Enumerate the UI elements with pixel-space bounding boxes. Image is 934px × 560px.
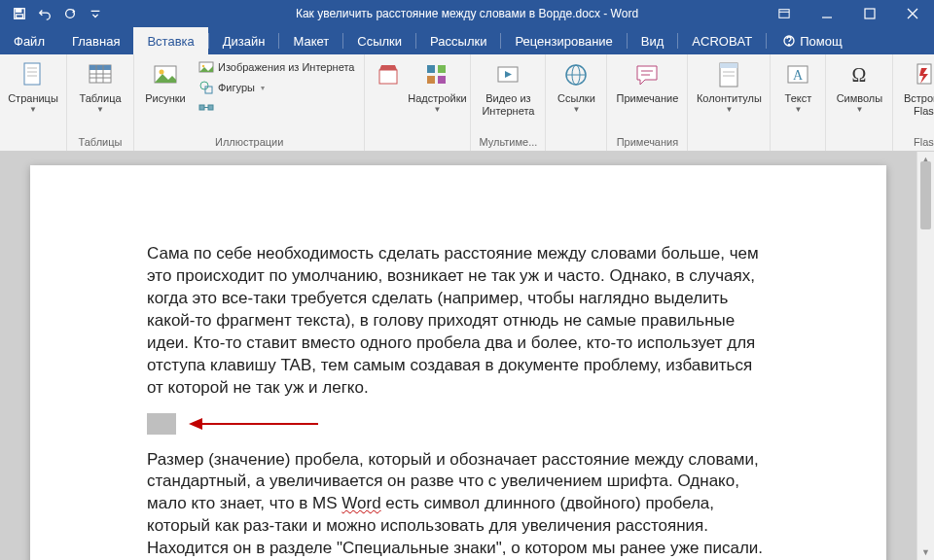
group-label-text (776, 134, 819, 151)
text-label: Текст (785, 92, 812, 105)
maximize-button[interactable] (848, 0, 891, 27)
svg-rect-28 (199, 105, 204, 110)
document-page[interactable]: Сама по себе необходимость сделать расст… (30, 165, 886, 560)
group-label-symbols (832, 134, 886, 151)
minimize-button[interactable] (806, 0, 848, 27)
undo-button[interactable] (33, 2, 56, 25)
svg-rect-42 (720, 63, 737, 68)
quick-access-toolbar (0, 2, 107, 25)
flash-icon (911, 59, 934, 90)
document-viewport: Сама по себе необходимость сделать расст… (0, 152, 934, 560)
spellcheck-underline[interactable]: Word (341, 494, 380, 512)
redo-button[interactable] (58, 2, 82, 25)
shapes-label: Фигуры (218, 82, 255, 93)
addins-icon (421, 59, 452, 90)
group-label-tables: Таблицы (73, 134, 127, 151)
addins-button[interactable]: Надстройки ▼ (410, 57, 464, 116)
close-button[interactable] (891, 0, 934, 27)
group-label-media: Мультиме... (477, 134, 539, 151)
ribbon-group-tables: Таблица ▼ Таблицы (67, 54, 134, 151)
tab-home[interactable]: Главная (58, 27, 133, 54)
comment-label: Примечание (617, 92, 679, 105)
online-pictures-button[interactable]: Изображения из Интернета (195, 57, 358, 77)
svg-text:A: A (793, 68, 804, 83)
tab-review[interactable]: Рецензирование (501, 27, 626, 54)
selection-highlight (147, 413, 176, 435)
svg-point-23 (160, 70, 164, 75)
save-button[interactable] (8, 2, 31, 25)
ribbon-group-addins: Надстройки ▼ (365, 54, 471, 151)
chevron-down-icon: ▼ (29, 105, 37, 114)
table-label: Таблица (79, 92, 121, 105)
tell-me-button[interactable]: Помощ (772, 27, 851, 54)
svg-text:Ω: Ω (852, 64, 867, 86)
qat-customize-button[interactable] (84, 2, 107, 25)
titlebar: Как увеличить расстояние между словами в… (0, 0, 934, 27)
document-paragraph[interactable]: Сама по себе необходимость сделать расст… (147, 243, 770, 400)
table-icon (85, 59, 116, 90)
table-button[interactable]: Таблица ▼ (73, 57, 127, 116)
document-paragraph[interactable]: Размер (значение) пробела, который и обо… (147, 449, 770, 561)
svg-rect-31 (427, 65, 435, 73)
arrow-annotation-icon (187, 415, 323, 433)
group-label-illustrations: Иллюстрации (140, 134, 358, 151)
svg-point-26 (200, 82, 208, 89)
menu-tabs: Файл Главная Вставка Дизайн Макет Ссылки… (0, 27, 934, 54)
group-label-addins (371, 134, 464, 151)
ribbon-group-symbols: Ω Символы ▼ (826, 54, 893, 151)
tab-design[interactable]: Дизайн (209, 27, 279, 54)
text-button[interactable]: A Текст ▼ (776, 57, 819, 116)
document-scroll[interactable]: Сама по себе необходимость сделать расст… (0, 152, 916, 560)
online-video-button[interactable]: Видео из Интернета (477, 57, 539, 119)
addins-label: Надстройки (408, 92, 466, 105)
tab-insert[interactable]: Вставка (133, 27, 207, 54)
ribbon-group-media: Видео из Интернета Мультиме... (471, 54, 546, 151)
chevron-down-icon: ▼ (725, 105, 733, 114)
tab-references[interactable]: Ссылки (343, 27, 415, 54)
scroll-thumb[interactable] (920, 161, 931, 229)
headerfooter-button[interactable]: Колонтитулы ▼ (694, 57, 764, 116)
chevron-down-icon: ▼ (433, 105, 441, 114)
ribbon-group-headerfooter: Колонтитулы ▼ (688, 54, 771, 151)
links-label: Ссылки (557, 92, 595, 105)
svg-rect-4 (779, 10, 789, 18)
shapes-icon (198, 80, 214, 95)
tell-me-label: Помощ (800, 34, 842, 49)
ribbon-group-text: A Текст ▼ (771, 54, 826, 151)
svg-rect-29 (208, 105, 213, 110)
headerfooter-icon (713, 59, 744, 90)
group-label-comments: Примечания (613, 134, 681, 151)
links-button[interactable]: Ссылки ▼ (552, 57, 600, 116)
ribbon-group-flash: Встроить Flash Flash (893, 54, 934, 151)
store-button[interactable] (371, 57, 406, 92)
comment-button[interactable]: Примечание (613, 57, 681, 107)
svg-rect-7 (865, 9, 875, 18)
store-icon (373, 59, 404, 90)
svg-point-25 (202, 65, 205, 68)
annotation-row (147, 413, 770, 436)
vertical-scrollbar[interactable]: ▲ ▼ (916, 152, 934, 560)
pictures-label: Рисунки (145, 92, 186, 105)
tab-file[interactable]: Файл (0, 27, 58, 54)
tab-mailings[interactable]: Рассылки (416, 27, 500, 54)
svg-rect-33 (427, 76, 435, 84)
scroll-down-button[interactable]: ▼ (917, 544, 934, 560)
tab-acrobat[interactable]: ACROBAT (678, 27, 766, 54)
tab-layout[interactable]: Макет (279, 27, 342, 54)
pages-button[interactable]: Страницы ▼ (6, 57, 60, 116)
pictures-button[interactable]: Рисунки (140, 57, 191, 107)
symbols-button[interactable]: Ω Символы ▼ (832, 57, 886, 116)
shapes-button[interactable]: Фигуры ▾ (195, 78, 358, 97)
ribbon: Страницы ▼ Таблица ▼ Таблицы Рисунки (0, 54, 934, 152)
embed-flash-button[interactable]: Встроить Flash (899, 57, 934, 119)
svg-rect-30 (379, 70, 397, 84)
chevron-down-icon: ▼ (794, 105, 802, 114)
textbox-icon: A (782, 59, 813, 90)
tab-view[interactable]: Вид (628, 27, 678, 54)
ribbon-group-links: Ссылки ▼ (546, 54, 607, 151)
ribbon-options-button[interactable] (763, 0, 806, 27)
chevron-down-icon: ▼ (96, 105, 104, 114)
video-label: Видео из Интернета (479, 92, 537, 117)
ribbon-group-comments: Примечание Примечания (607, 54, 688, 151)
smartart-button[interactable] (195, 98, 358, 118)
